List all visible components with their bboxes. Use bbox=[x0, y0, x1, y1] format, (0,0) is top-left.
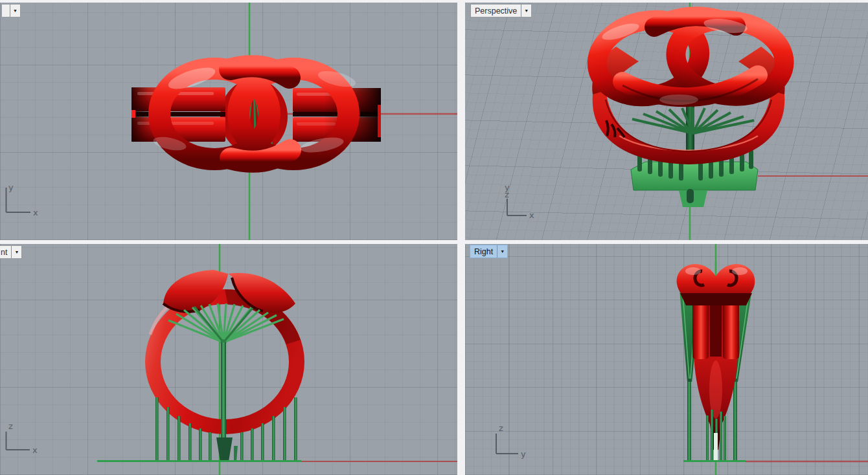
viewport-title-button-perspective[interactable]: Perspective ▼ bbox=[470, 4, 532, 17]
ground-line-green bbox=[97, 460, 301, 462]
svg-text:x: x bbox=[529, 210, 534, 220]
ring-band-left bbox=[131, 87, 225, 142]
svg-text:y: y bbox=[521, 449, 526, 459]
viewport-menu-arrow-icon[interactable]: ▼ bbox=[497, 245, 507, 258]
axis-gizmo: z y bbox=[491, 420, 562, 460]
support-spike bbox=[234, 446, 238, 461]
viewport-front-view[interactable]: nt ▼ z x bbox=[0, 244, 457, 475]
viewport-splitter-vertical[interactable] bbox=[457, 0, 465, 475]
svg-text:x: x bbox=[32, 445, 38, 455]
svg-text:z: z bbox=[499, 423, 503, 433]
axis-gizmo: z x bbox=[0, 419, 71, 458]
band-bar-right bbox=[723, 298, 739, 359]
viewport-title-button-right[interactable]: Right ▼ bbox=[470, 245, 508, 258]
band-slot bbox=[710, 298, 722, 357]
viewport-grid: ▼ y x bbox=[0, 0, 868, 475]
viewport-perspective[interactable]: Perspective ▼ y z x bbox=[465, 3, 868, 240]
support-fan bbox=[632, 107, 754, 133]
viewport-title-label: Right bbox=[474, 247, 493, 256]
viewport-right-view[interactable]: Right ▼ z y bbox=[465, 244, 868, 475]
viewport-menu-arrow-icon[interactable]: ▼ bbox=[11, 246, 21, 258]
viewport-title-label: Perspective bbox=[475, 6, 517, 16]
svg-text:z: z bbox=[8, 421, 13, 431]
knot-top bbox=[677, 262, 755, 305]
axis-gizmo: y x bbox=[0, 181, 71, 220]
viewport-splitter-horizontal[interactable] bbox=[0, 240, 868, 244]
band-bar-left bbox=[692, 298, 709, 359]
viewport-title-button-top[interactable]: ▼ bbox=[1, 4, 21, 17]
viewport-menu-arrow-icon[interactable]: ▼ bbox=[521, 5, 531, 17]
svg-text:y: y bbox=[8, 182, 14, 192]
svg-text:x: x bbox=[33, 208, 38, 217]
viewport-title-label: nt bbox=[1, 248, 7, 257]
viewport-menu-arrow-icon[interactable]: ▼ bbox=[10, 5, 20, 17]
viewport-title-button-front[interactable]: nt ▼ bbox=[0, 245, 22, 259]
axis-gizmo: y z x bbox=[499, 182, 570, 221]
svg-text:z: z bbox=[505, 190, 509, 199]
ground-line-green bbox=[683, 460, 746, 462]
viewport-top-view[interactable]: ▼ y x bbox=[0, 3, 457, 240]
